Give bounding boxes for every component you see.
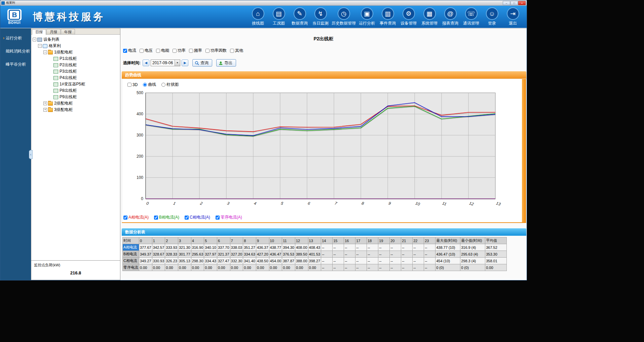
collapse-icon[interactable]: − — [33, 38, 36, 41]
tree-item[interactable]: −设备列表 — [32, 36, 119, 43]
event-query-icon: ▥ — [382, 7, 394, 20]
measure-filter-1[interactable]: 电压 — [140, 48, 153, 53]
expand-icon[interactable]: + — [43, 102, 47, 105]
table-row-label[interactable]: B相电流 — [123, 251, 139, 258]
chart-curve-radio-input[interactable] — [143, 83, 147, 87]
table-cell: -- — [424, 258, 435, 264]
sidebar-item-energy-analysis[interactable]: 能耗消耗分析 — [0, 45, 31, 58]
tree-item[interactable]: −1排配电柜 — [32, 49, 119, 55]
legend-series-0[interactable]: A相电流(A) — [123, 215, 149, 220]
legend-series-1[interactable]: B相电流(A) — [154, 215, 179, 220]
chart-curve-radio[interactable]: 曲线 — [143, 82, 156, 87]
measure-filter-4[interactable]: 频率 — [189, 48, 202, 53]
query-button[interactable]: 查询 — [192, 59, 212, 67]
svg-text:500: 500 — [137, 90, 143, 95]
measure-filter-1-input[interactable] — [140, 49, 144, 53]
sidebar-item-peak-valley-analysis[interactable]: 峰平谷分析 — [0, 58, 31, 71]
chart-bar-radio[interactable]: 柱状图 — [161, 82, 179, 87]
expand-icon[interactable]: + — [43, 108, 47, 112]
tree-item[interactable]: 1#变压器P5柜 — [32, 81, 119, 87]
toolbar-item-3[interactable]: ↯当日监测 — [310, 7, 331, 26]
legend-series-3-label: 零序电流(A) — [221, 215, 242, 220]
sidebar-collapse-handle[interactable]: ‹ — [29, 150, 33, 159]
tree-item[interactable]: P2出线柜 — [32, 62, 119, 68]
chart-legend: A相电流(A)B相电流(A)C相电流(A)零序电流(A) — [123, 215, 526, 222]
legend-series-2-input[interactable] — [185, 216, 189, 220]
export-button[interactable]: 导出 — [216, 59, 236, 67]
table-cell: 305.13 — [178, 258, 191, 264]
table-cell: 349.27 — [139, 258, 152, 264]
table-cell: 327.97 — [204, 251, 217, 258]
toolbar-item-12[interactable]: ⇥退出 — [502, 7, 523, 26]
system-management-icon: ▦ — [423, 7, 436, 20]
collapse-icon[interactable]: − — [43, 50, 47, 54]
legend-series-3-input[interactable] — [216, 216, 220, 220]
table-row[interactable]: B相电流349.37328.67328.33301.77295.63327.97… — [123, 251, 507, 258]
measure-filter-0[interactable]: 电流 — [123, 48, 136, 53]
measure-filter-5[interactable]: 功率因数 — [205, 48, 227, 53]
legend-series-2[interactable]: C相电流(A) — [185, 215, 210, 220]
table-cell: 338.03 — [230, 244, 243, 251]
table-row[interactable]: C相电流349.27330.93326.23305.13298.30334.43… — [123, 258, 507, 264]
chart-bar-radio-input[interactable] — [161, 83, 165, 87]
measure-filter-6-input[interactable] — [230, 49, 234, 53]
tree-item[interactable]: P1出线柜 — [32, 55, 119, 62]
measure-filter-4-label: 频率 — [194, 48, 202, 53]
collapse-icon[interactable]: − — [38, 44, 42, 48]
table-row[interactable]: A相电流377.67342.57333.93321.30316.90340.10… — [123, 244, 507, 251]
minimize-button[interactable]: – — [503, 1, 510, 5]
chart-3d-checkbox-input[interactable] — [127, 83, 131, 87]
tree-item[interactable]: P8出线柜 — [32, 87, 119, 94]
next-day-button[interactable]: ▶ — [182, 60, 188, 66]
toolbar-item-4[interactable]: ◷历史数据管理 — [331, 7, 356, 26]
toolbar-item-5[interactable]: ▣运行分析 — [356, 7, 377, 26]
toolbar-item-2[interactable]: ✎数据查询 — [289, 7, 310, 26]
maximize-button[interactable]: □ — [510, 1, 518, 5]
measure-filter-1-label: 电压 — [145, 48, 153, 53]
table-cell: 298.30 — [191, 258, 204, 264]
table-row-label[interactable]: A相电流 — [123, 244, 139, 251]
toolbar-item-1[interactable]: ▤工况图 — [268, 7, 289, 26]
legend-series-3[interactable]: 零序电流(A) — [216, 215, 242, 220]
svg-text:10: 10 — [415, 201, 420, 207]
close-button[interactable]: × — [518, 1, 526, 5]
measure-filter-2[interactable]: 电能 — [156, 48, 169, 53]
tree-item[interactable]: −格莱利 — [32, 43, 119, 49]
toolbar-item-7[interactable]: ⚙设备管理 — [398, 7, 419, 26]
date-dropdown[interactable]: 2017-09-06 ▼ — [151, 60, 180, 66]
tree-item[interactable]: +2排配电柜 — [32, 100, 119, 107]
measure-filter-2-input[interactable] — [156, 49, 160, 53]
chart-3d-checkbox[interactable]: 3D — [127, 82, 138, 87]
toolbar-item-10[interactable]: ☏通讯管理 — [461, 7, 482, 26]
tab-yearly[interactable]: 年报 — [61, 29, 75, 34]
toolbar-item-0[interactable]: ⌂接线图 — [248, 7, 268, 26]
sidebar-item-run-analysis[interactable]: ›运行分析 — [0, 32, 31, 45]
toolbar-item-11[interactable]: ☺登录 — [482, 7, 502, 26]
table-cell: -- — [355, 244, 367, 251]
prev-day-button[interactable]: ◀ — [143, 60, 149, 66]
tab-daily[interactable]: 日报 — [32, 29, 46, 35]
tree-item[interactable]: P9出线柜 — [32, 94, 119, 100]
legend-series-1-input[interactable] — [154, 216, 158, 220]
table-cell: 342.57 — [152, 244, 165, 251]
table-row[interactable]: 零序电流0.000.000.000.000.000.000.000.000.00… — [123, 264, 507, 271]
toolbar-item-8[interactable]: ▦系统管理 — [419, 7, 440, 26]
table-row-label[interactable]: C相电流 — [123, 258, 139, 264]
table-cell: 0.00 — [282, 264, 295, 271]
measure-filter-5-input[interactable] — [205, 49, 210, 53]
measure-filter-3-input[interactable] — [173, 49, 177, 53]
table-header-cell: 最小值(时间) — [460, 237, 485, 244]
legend-series-0-input[interactable] — [123, 216, 127, 220]
toolbar-item-6[interactable]: ▥事件查询 — [377, 7, 398, 26]
measure-filter-6[interactable]: 其他 — [230, 48, 243, 53]
measure-filter-0-input[interactable] — [123, 49, 127, 53]
table-row-label[interactable]: 零序电流 — [123, 264, 139, 271]
measure-filter-4-input[interactable] — [189, 49, 193, 53]
tree-item[interactable]: P4出线柜 — [32, 75, 119, 81]
tree-item[interactable]: P3出线柜 — [32, 68, 119, 75]
chart-curve-radio-label: 曲线 — [148, 82, 156, 87]
tab-monthly[interactable]: 月报 — [46, 29, 61, 34]
tree-item[interactable]: +3排配电柜 — [32, 107, 119, 113]
toolbar-item-9[interactable]: @报表查询 — [440, 7, 461, 26]
measure-filter-3[interactable]: 功率 — [173, 48, 186, 53]
